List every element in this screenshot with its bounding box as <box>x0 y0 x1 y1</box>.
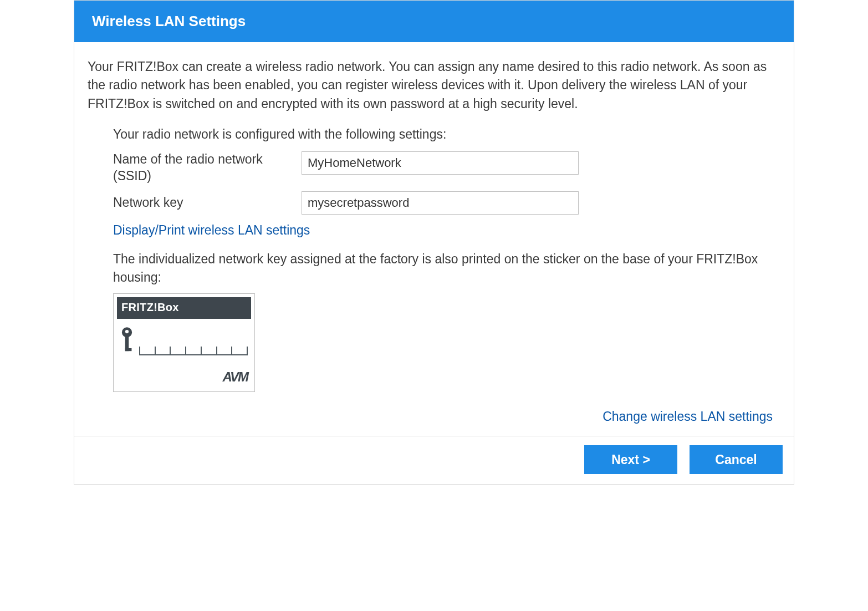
cancel-button[interactable]: Cancel <box>690 445 783 474</box>
network-key-label: Network key <box>113 195 302 211</box>
ruler-icon <box>139 339 248 355</box>
sticker-mid <box>117 319 251 358</box>
svg-point-1 <box>125 330 129 333</box>
ssid-row: Name of the radio network (SSID) <box>113 151 775 185</box>
ssid-input[interactable] <box>302 151 579 175</box>
sticker-logo-row: AVM <box>117 358 251 388</box>
wireless-lan-settings-panel: Wireless LAN Settings Your FRITZ!Box can… <box>74 0 794 485</box>
next-button[interactable]: Next > <box>584 445 677 474</box>
network-key-row: Network key <box>113 191 775 215</box>
change-settings-link[interactable]: Change wireless LAN settings <box>603 408 773 426</box>
svg-rect-3 <box>125 348 132 351</box>
avm-logo-icon: AVM <box>222 369 248 384</box>
sticker-title: FRITZ!Box <box>117 297 251 319</box>
config-heading: Your radio network is configured with th… <box>113 125 775 144</box>
key-icon <box>119 327 135 355</box>
ssid-label: Name of the radio network (SSID) <box>113 151 302 185</box>
panel-body: Your FRITZ!Box can create a wireless rad… <box>74 42 794 436</box>
intro-text: Your FRITZ!Box can create a wireless rad… <box>88 58 780 113</box>
network-key-input[interactable] <box>302 191 579 215</box>
panel-header: Wireless LAN Settings <box>74 1 794 42</box>
display-print-link[interactable]: Display/Print wireless LAN settings <box>113 221 310 240</box>
panel-footer: Next > Cancel <box>74 436 794 484</box>
sticker-note: The individualized network key assigned … <box>113 250 775 287</box>
panel-title: Wireless LAN Settings <box>92 13 246 29</box>
settings-section: Your radio network is configured with th… <box>88 125 780 426</box>
sticker-illustration: FRITZ!Box AVM <box>113 293 255 392</box>
